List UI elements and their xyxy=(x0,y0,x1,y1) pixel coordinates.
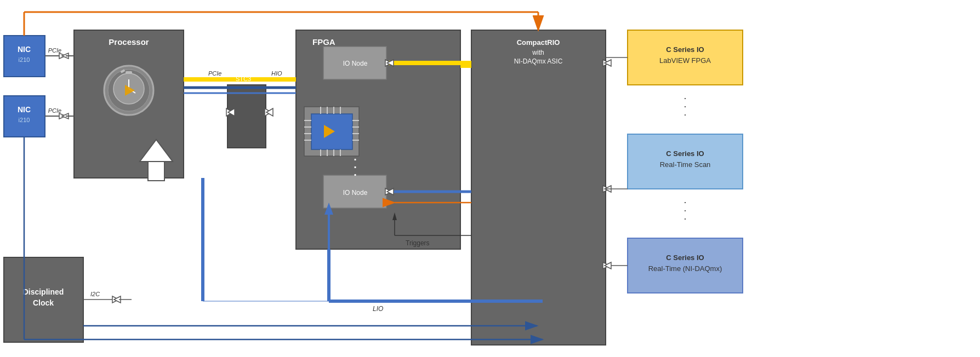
svg-text:LIO: LIO xyxy=(373,305,383,313)
svg-text:Triggers: Triggers xyxy=(406,239,430,247)
svg-text:C Series IO: C Series IO xyxy=(666,149,704,158)
svg-text:·: · xyxy=(683,109,686,120)
svg-text:·: · xyxy=(354,169,357,181)
svg-text:C Series IO: C Series IO xyxy=(666,45,704,54)
architecture-diagram: NIC i210 NIC i210 Processor FPGA IO Node xyxy=(0,0,980,357)
svg-text:LabVIEW FPGA: LabVIEW FPGA xyxy=(659,56,711,65)
diagram-container: NIC i210 NIC i210 Processor FPGA IO Node xyxy=(0,0,980,357)
svg-text:NIC: NIC xyxy=(18,105,31,114)
svg-text:PCIe: PCIe xyxy=(48,107,61,114)
svg-rect-17 xyxy=(227,85,266,148)
svg-text:HIO: HIO xyxy=(271,70,282,77)
svg-text:Real-Time Scan: Real-Time Scan xyxy=(660,160,711,169)
svg-text:Disciplined: Disciplined xyxy=(23,287,64,296)
svg-rect-15 xyxy=(126,71,132,74)
svg-text:PCIe: PCIe xyxy=(208,70,221,77)
svg-rect-46 xyxy=(471,30,606,345)
svg-text:I2C: I2C xyxy=(90,291,100,297)
svg-text:NI-DAQmx ASIC: NI-DAQmx ASIC xyxy=(514,57,563,65)
svg-text:i210: i210 xyxy=(19,56,30,63)
svg-text:STC3: STC3 xyxy=(236,76,251,82)
svg-text:IO Node: IO Node xyxy=(343,60,368,67)
svg-marker-111 xyxy=(148,162,164,181)
svg-text:Real-Time (NI-DAQmx): Real-Time (NI-DAQmx) xyxy=(648,264,722,273)
svg-text:C Series IO: C Series IO xyxy=(666,254,704,262)
svg-text:FPGA: FPGA xyxy=(312,37,335,47)
svg-text:Clock: Clock xyxy=(33,298,54,307)
svg-text:CompactRIO: CompactRIO xyxy=(517,38,560,47)
svg-text:IO Node: IO Node xyxy=(343,189,368,197)
svg-text:Processor: Processor xyxy=(109,37,149,47)
svg-text:with: with xyxy=(532,49,544,56)
svg-text:·: · xyxy=(683,213,686,224)
svg-text:NIC: NIC xyxy=(18,45,31,54)
svg-text:PCIe: PCIe xyxy=(48,47,61,54)
svg-text:i210: i210 xyxy=(19,117,30,123)
